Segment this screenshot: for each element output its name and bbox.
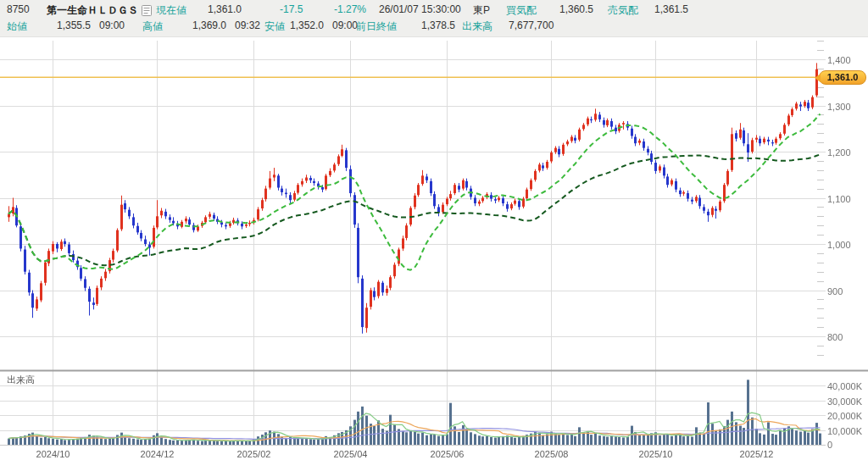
label-current-price: 現在値 — [156, 3, 186, 18]
stock-code: 8750 — [7, 3, 30, 15]
bid-value: 1,360.5 — [559, 3, 593, 15]
low-time: 09:00 — [332, 19, 358, 31]
high-time: 09:32 — [235, 19, 260, 31]
low-value: 1,352.0 — [290, 19, 324, 31]
open-value: 1,355.5 — [57, 19, 91, 31]
label-low: 安値 — [264, 19, 285, 34]
label-high: 高値 — [142, 19, 163, 34]
label-open: 始値 — [7, 19, 27, 34]
label-prev-close: 前日終値 — [356, 19, 397, 34]
stock-name: 第一生命ＨＬＤＧＳ — [47, 3, 138, 18]
open-time: 09:00 — [99, 19, 125, 31]
quote-datetime: 26/01/07 15:30:00 — [379, 3, 461, 15]
stock-chart-app: 8750 第一生命ＨＬＤＧＳ 現在値 1,361.0 -17.5 -1.27% … — [0, 0, 868, 460]
current-price-value: 1,361.0 — [208, 3, 242, 15]
chart-area: 出来高 — [0, 37, 868, 460]
label-bid: 買気配 — [506, 3, 537, 18]
volume-section-label: 出来高 — [7, 374, 35, 386]
quote-header: 8750 第一生命ＨＬＤＧＳ 現在値 1,361.0 -17.5 -1.27% … — [0, 0, 868, 37]
prev-close-value: 1,378.5 — [421, 19, 455, 31]
label-volume: 出来高 — [462, 19, 492, 34]
ask-value: 1,361.5 — [654, 3, 688, 15]
high-value: 1,369.0 — [192, 19, 226, 31]
price-change: -17.5 — [280, 3, 303, 15]
memo-icon[interactable] — [142, 4, 152, 19]
current-price-tag: 1,361.0 — [819, 70, 866, 85]
price-volume-chart-canvas[interactable] — [0, 37, 868, 460]
market-badge: 東P — [473, 3, 490, 18]
price-change-percent: -1.27% — [334, 3, 366, 15]
label-ask: 売気配 — [608, 3, 638, 18]
volume-value: 7,677,700 — [509, 19, 554, 31]
